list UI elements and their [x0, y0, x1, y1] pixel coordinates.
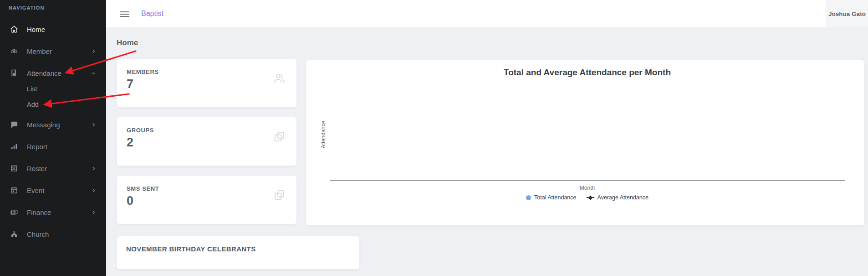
sidebar-item-church[interactable]: Church — [0, 228, 106, 240]
user-name: Joshua Gato — [828, 10, 866, 17]
sidebar-item-attendance[interactable]: Attendance — [0, 67, 106, 79]
attendance-icon — [10, 69, 18, 77]
sidebar-item-label: Event — [27, 187, 44, 194]
stat-label: MEMBERS — [127, 68, 159, 75]
sidebar-section-label: NAVIGATION — [9, 5, 44, 10]
chevron-right-icon — [91, 209, 96, 215]
stat-card-members: MEMBERS 7 — [117, 59, 296, 107]
event-icon — [10, 186, 18, 194]
line-marker-icon — [587, 197, 594, 198]
finance-icon — [10, 208, 18, 216]
sidebar-item-report[interactable]: Report — [0, 141, 106, 152]
stat-card-groups: GROUPS 2 — [117, 117, 296, 166]
stat-card-sms-sent: SMS SENT 0 — [117, 176, 296, 224]
chart-title: Total and Average Attendance per Month — [330, 68, 845, 78]
sidebar-item-label: Church — [27, 230, 49, 238]
chart-legend: Total Attendance Average Attendance — [330, 194, 845, 201]
legend-label: Average Attendance — [597, 194, 648, 201]
scatter-point-icon — [526, 195, 531, 200]
member-icon — [10, 47, 18, 55]
birthday-celebrants-card: NOVEMBER BIRTHDAY CELEBRANTS — [117, 236, 359, 269]
people-outline-icon — [273, 72, 286, 84]
birthday-card-title: NOVEMBER BIRTHDAY CELEBRANTS — [126, 245, 256, 253]
chart-x-axis-line — [330, 180, 845, 181]
sidebar-item-label: Attendance — [27, 69, 61, 77]
sidebar-item-member[interactable]: Member — [0, 45, 106, 57]
page-title: Home — [117, 38, 138, 47]
sidebar-subitem-attendance-add[interactable]: Add — [0, 99, 106, 109]
messaging-icon — [10, 120, 18, 129]
legend-item-average-attendance[interactable]: Average Attendance — [587, 194, 648, 201]
user-menu[interactable]: Joshua Gato — [826, 0, 868, 27]
stat-value: 7 — [127, 77, 133, 91]
app-window: NAVIGATION Home Member Attendance — [0, 0, 868, 276]
topbar: Baptist Joshua Gato — [106, 0, 868, 27]
sidebar-subitem-label: List — [27, 85, 37, 93]
chart-y-axis-label: Attendance — [320, 121, 327, 149]
chevron-right-icon — [91, 48, 96, 54]
chevron-down-icon — [91, 70, 96, 76]
sidebar-item-label: Home — [27, 26, 45, 33]
sidebar-item-label: Report — [27, 143, 47, 151]
stat-value: 0 — [127, 194, 133, 208]
sidebar-item-label: Member — [27, 47, 52, 55]
chart-x-axis-label: Month — [330, 185, 845, 191]
attendance-chart-card: Total and Average Attendance per Month A… — [306, 60, 864, 225]
legend-label: Total Attendance — [534, 194, 576, 201]
sidebar-item-event[interactable]: Event — [0, 184, 106, 196]
collections-icon — [273, 130, 286, 143]
sidebar-item-home[interactable]: Home — [0, 23, 106, 35]
sidebar-item-label: Roster — [27, 165, 47, 172]
sidebar-item-label: Messaging — [27, 121, 60, 129]
stat-label: SMS SENT — [127, 185, 159, 192]
sidebar-item-messaging[interactable]: Messaging — [0, 119, 106, 130]
stat-value: 2 — [127, 135, 133, 150]
stat-label: GROUPS — [127, 127, 154, 134]
sidebar: NAVIGATION Home Member Attendance — [0, 0, 106, 276]
main-content: Home MEMBERS 7 GROUPS 2 SMS SENT 0 — [106, 27, 868, 276]
collections-icon — [273, 189, 286, 201]
menu-toggle-button[interactable] — [120, 11, 129, 17]
sidebar-subitem-label: Add — [27, 101, 39, 108]
church-icon — [10, 230, 18, 238]
chevron-right-icon — [91, 166, 96, 171]
chevron-right-icon — [91, 122, 96, 127]
sidebar-item-roster[interactable]: Roster — [0, 162, 106, 174]
sidebar-subitem-attendance-list[interactable]: List — [0, 84, 106, 94]
chevron-right-icon — [91, 187, 96, 193]
report-icon — [10, 142, 18, 151]
roster-icon — [10, 164, 18, 172]
home-icon — [10, 25, 18, 33]
legend-item-total-attendance[interactable]: Total Attendance — [526, 194, 576, 201]
sidebar-item-finance[interactable]: Finance — [0, 206, 106, 218]
sidebar-item-label: Finance — [27, 208, 51, 216]
brand-link[interactable]: Baptist — [141, 0, 163, 27]
